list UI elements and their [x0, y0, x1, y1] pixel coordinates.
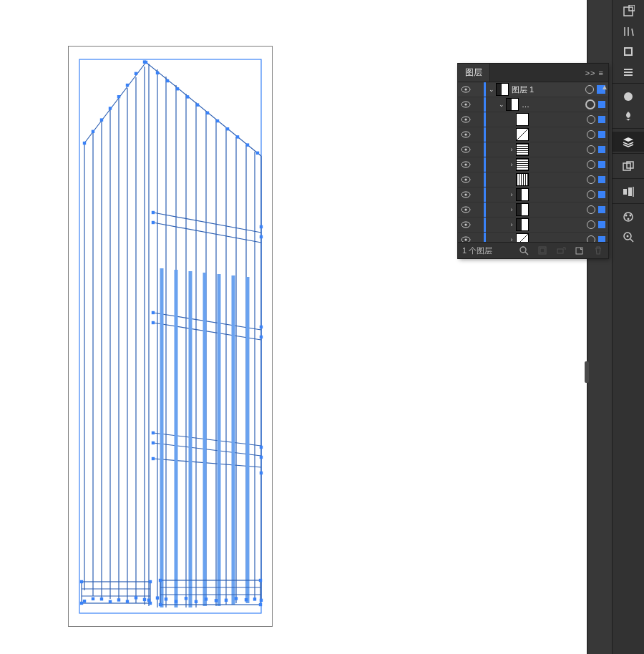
disclosure-triangle[interactable]: ›: [507, 161, 516, 168]
svg-point-146: [464, 238, 467, 240]
visibility-toggle[interactable]: [458, 191, 474, 198]
target-indicator[interactable]: [587, 130, 595, 139]
svg-rect-75: [195, 600, 197, 603]
svg-rect-92: [260, 446, 263, 449]
locate-object-button[interactable]: [518, 245, 530, 256]
swatches-icon[interactable]: [613, 42, 645, 62]
brushes-icon[interactable]: [613, 62, 645, 82]
selection-indicator[interactable]: [598, 236, 605, 242]
visibility-toggle[interactable]: [458, 161, 474, 168]
selection-indicator[interactable]: [598, 191, 605, 198]
target-indicator[interactable]: [587, 205, 595, 214]
svg-rect-66: [117, 598, 120, 601]
artboards-icon[interactable]: [613, 157, 645, 177]
layer-list: ⌄图层 1 ⌄… › › ›: [458, 82, 608, 242]
svg-rect-70: [147, 599, 150, 602]
svg-point-147: [520, 247, 526, 253]
layer-thumbnail: [516, 218, 529, 231]
svg-rect-82: [260, 599, 263, 602]
visibility-toggle[interactable]: [458, 116, 474, 123]
selection-indicator[interactable]: [598, 146, 605, 153]
svg-rect-73: [175, 600, 177, 602]
target-indicator[interactable]: [587, 175, 595, 184]
artboard[interactable]: [68, 46, 273, 627]
target-indicator[interactable]: [587, 220, 595, 229]
delete-layer-button: [592, 245, 604, 256]
svg-point-128: [464, 103, 467, 105]
layers-icon[interactable]: [613, 132, 645, 152]
target-indicator[interactable]: [587, 145, 595, 154]
layer-row[interactable]: ›: [458, 142, 608, 157]
svg-point-136: [464, 163, 467, 165]
svg-line-28: [153, 459, 261, 467]
disclosure-triangle[interactable]: ›: [507, 206, 516, 213]
svg-rect-64: [100, 597, 103, 600]
target-indicator[interactable]: [585, 99, 595, 109]
layers-panel[interactable]: 图层 >> ≡ ▲ ⌄图层 1 ⌄… › ›: [458, 64, 608, 258]
symbols-icon[interactable]: [613, 107, 645, 127]
svg-rect-87: [152, 311, 155, 314]
layer-row[interactable]: ⌄…: [458, 97, 608, 112]
selection-indicator[interactable]: [598, 161, 605, 168]
target-indicator[interactable]: [587, 190, 595, 199]
panel-menu-button[interactable]: >> ≡: [584, 64, 608, 82]
svg-rect-44: [100, 118, 103, 121]
svg-rect-46: [117, 95, 120, 98]
selection-indicator[interactable]: [598, 221, 605, 228]
disclosure-triangle[interactable]: ›: [507, 191, 516, 198]
visibility-toggle[interactable]: [458, 146, 474, 153]
selection-indicator[interactable]: [598, 101, 605, 108]
layer-row[interactable]: [458, 127, 608, 142]
layer-name[interactable]: 图层 1: [512, 84, 582, 95]
svg-point-126: [464, 88, 467, 90]
align-icon[interactable]: [613, 182, 645, 202]
selection-indicator[interactable]: [598, 116, 605, 123]
layers-tab[interactable]: 图层: [458, 64, 490, 82]
visibility-toggle[interactable]: [458, 86, 474, 93]
disclosure-triangle[interactable]: ›: [507, 146, 516, 153]
selection-color-bar: [484, 172, 486, 187]
svg-rect-78: [225, 599, 228, 602]
visibility-toggle[interactable]: [458, 206, 474, 213]
selection-indicator[interactable]: [598, 206, 605, 213]
scroll-up-arrow[interactable]: ▲: [601, 83, 607, 89]
visibility-toggle[interactable]: [458, 221, 474, 228]
svg-rect-56: [206, 112, 209, 114]
layer-row[interactable]: ›: [458, 202, 608, 218]
target-indicator[interactable]: [587, 115, 595, 124]
dock-resize-handle[interactable]: [585, 361, 589, 383]
layer-row[interactable]: ›: [458, 233, 608, 242]
target-indicator[interactable]: [587, 235, 595, 242]
disclosure-triangle[interactable]: ›: [507, 221, 516, 228]
svg-rect-48: [135, 72, 137, 75]
disclosure-triangle[interactable]: ⌄: [497, 101, 506, 108]
disclosure-triangle[interactable]: ›: [507, 236, 516, 242]
visibility-toggle[interactable]: [458, 236, 474, 242]
selection-color-bar: [484, 187, 486, 202]
visibility-toggle[interactable]: [458, 101, 474, 108]
target-indicator[interactable]: [585, 85, 594, 94]
layer-row[interactable]: ⌄图层 1: [458, 82, 608, 97]
visibility-toggle[interactable]: [458, 131, 474, 138]
selection-indicator[interactable]: [598, 176, 605, 183]
svg-rect-97: [80, 580, 83, 583]
layer-row[interactable]: ›: [458, 187, 608, 202]
selection-indicator[interactable]: [598, 131, 605, 138]
layer-name[interactable]: …: [522, 100, 582, 109]
libraries-icon[interactable]: [613, 21, 645, 42]
selected-vector-artwork[interactable]: [69, 47, 272, 626]
target-indicator[interactable]: [587, 160, 595, 169]
layer-row[interactable]: [458, 172, 608, 187]
properties-icon[interactable]: [613, 1, 645, 21]
layer-row[interactable]: ›: [458, 218, 608, 233]
visibility-toggle[interactable]: [458, 176, 474, 183]
svg-rect-106: [629, 5, 635, 11]
layer-row[interactable]: ›: [458, 157, 608, 172]
color-guide-icon[interactable]: [613, 207, 645, 227]
new-layer-button[interactable]: [574, 245, 585, 256]
panel-footer: 1 个图层: [458, 242, 608, 258]
navigator-icon[interactable]: [613, 227, 645, 247]
appearance-icon[interactable]: [613, 87, 645, 107]
disclosure-triangle[interactable]: ⌄: [487, 86, 496, 93]
layer-row[interactable]: [458, 112, 608, 127]
